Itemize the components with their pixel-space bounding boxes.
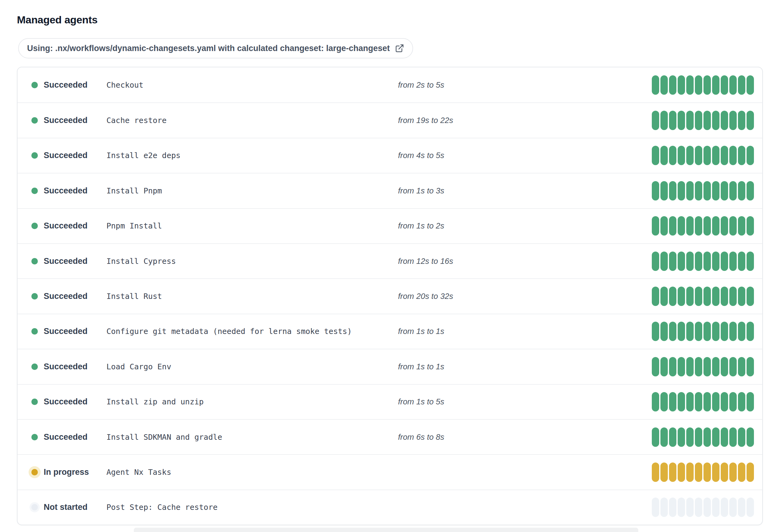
bar-segment	[686, 75, 694, 95]
bar-segment	[703, 498, 711, 517]
status-cell: Succeeded	[31, 362, 106, 372]
bar-segment	[712, 392, 719, 411]
page-title: Managed agents	[17, 12, 764, 27]
bar-segment	[703, 462, 711, 482]
agent-row[interactable]: Succeeded Install Cypress from 12s to 16…	[17, 243, 762, 278]
status-dot	[31, 258, 38, 264]
bar-segment	[721, 427, 728, 447]
bar-segment	[747, 75, 754, 95]
bar-segment	[747, 498, 754, 517]
status-label: Succeeded	[44, 362, 88, 372]
bar-segment	[729, 287, 737, 306]
bar-segment	[747, 216, 754, 236]
status-label: Succeeded	[44, 186, 88, 195]
agent-row[interactable]: Succeeded Pnpm Install from 1s to 2s	[17, 208, 762, 243]
bar-segment	[660, 392, 668, 411]
bar-segment	[678, 75, 685, 95]
bar-segment	[678, 181, 685, 201]
status-cell: In progress	[31, 468, 106, 477]
bar-segment	[686, 462, 694, 482]
bar-segment	[703, 252, 711, 271]
bar-segment	[669, 181, 676, 201]
step-duration: from 12s to 16s	[398, 256, 652, 266]
progress-bars	[652, 146, 754, 165]
bar-segment	[686, 357, 694, 376]
bar-segment	[721, 111, 728, 130]
status-cell: Succeeded	[31, 80, 106, 90]
bar-segment	[712, 322, 719, 341]
bar-segment	[695, 357, 702, 376]
status-cell: Not started	[31, 503, 106, 512]
step-name: Post Step: Cache restore	[106, 503, 398, 512]
bar-segment	[660, 357, 668, 376]
agent-row[interactable]: Succeeded Configure git metadata (needed…	[17, 314, 762, 349]
step-duration: from 6s to 8s	[398, 432, 652, 442]
bar-segment	[721, 392, 728, 411]
bar-segment	[678, 357, 685, 376]
agent-row[interactable]: Succeeded Install e2e deps from 4s to 5s	[17, 138, 762, 173]
status-cell: Succeeded	[31, 256, 106, 266]
bar-segment	[747, 322, 754, 341]
bar-segment	[729, 392, 737, 411]
bar-segment	[652, 462, 659, 482]
bar-segment	[660, 427, 668, 447]
bar-segment	[678, 146, 685, 165]
agent-row[interactable]: Succeeded Load Cargo Env from 1s to 1s	[17, 349, 762, 384]
workflow-banner[interactable]: Using: .nx/workflows/dynamic-changesets.…	[18, 38, 413, 58]
bar-segment	[678, 427, 685, 447]
status-label: In progress	[44, 468, 89, 477]
agent-row[interactable]: Succeeded Install zip and unzip from 1s …	[17, 384, 762, 419]
bar-segment	[712, 75, 719, 95]
step-duration: from 20s to 32s	[398, 291, 652, 301]
agent-row[interactable]: Succeeded Install Rust from 20s to 32s	[17, 278, 762, 313]
bar-segment	[695, 181, 702, 201]
bar-segment	[686, 111, 694, 130]
progress-bars	[652, 392, 754, 411]
bar-segment	[747, 146, 754, 165]
status-dot	[31, 399, 38, 405]
bar-segment	[747, 357, 754, 376]
agent-row[interactable]: Not started Post Step: Cache restore	[17, 490, 762, 525]
bar-segment	[652, 498, 659, 517]
bar-segment	[652, 252, 659, 271]
bar-segment	[703, 322, 711, 341]
status-label: Succeeded	[44, 256, 88, 266]
external-link-icon[interactable]	[395, 44, 404, 53]
bar-segment	[712, 111, 719, 130]
bar-segment	[669, 75, 676, 95]
progress-bars	[652, 498, 754, 517]
agent-row[interactable]: Succeeded Install SDKMAN and gradle from…	[17, 419, 762, 454]
agent-row[interactable]: In progress Agent Nx Tasks	[17, 454, 762, 489]
progress-bars	[652, 322, 754, 341]
bar-segment	[729, 146, 737, 165]
status-dot	[31, 152, 38, 159]
bar-segment	[678, 392, 685, 411]
agent-row[interactable]: Succeeded Cache restore from 19s to 22s	[17, 102, 762, 137]
bar-segment	[747, 252, 754, 271]
status-cell: Succeeded	[31, 186, 106, 195]
bar-segment	[738, 357, 745, 376]
status-label: Succeeded	[44, 326, 88, 336]
bar-segment	[669, 146, 676, 165]
bar-segment	[729, 75, 737, 95]
bar-segment	[660, 111, 668, 130]
status-dot	[31, 504, 38, 511]
bar-segment	[686, 287, 694, 306]
step-name: Agent Nx Tasks	[106, 468, 398, 477]
agent-row[interactable]: Succeeded Install Pnpm from 1s to 3s	[17, 173, 762, 208]
bar-segment	[721, 357, 728, 376]
bar-segment	[695, 111, 702, 130]
bar-segment	[652, 75, 659, 95]
status-cell: Succeeded	[31, 291, 106, 301]
bar-segment	[738, 75, 745, 95]
bar-segment	[703, 181, 711, 201]
bar-segment	[695, 252, 702, 271]
bar-segment	[669, 111, 676, 130]
bar-segment	[729, 462, 737, 482]
bar-segment	[660, 322, 668, 341]
bar-segment	[729, 498, 737, 517]
agent-row[interactable]: Succeeded Checkout from 2s to 5s	[17, 68, 762, 102]
bar-segment	[738, 287, 745, 306]
status-cell: Succeeded	[31, 432, 106, 442]
bar-segment	[652, 216, 659, 236]
